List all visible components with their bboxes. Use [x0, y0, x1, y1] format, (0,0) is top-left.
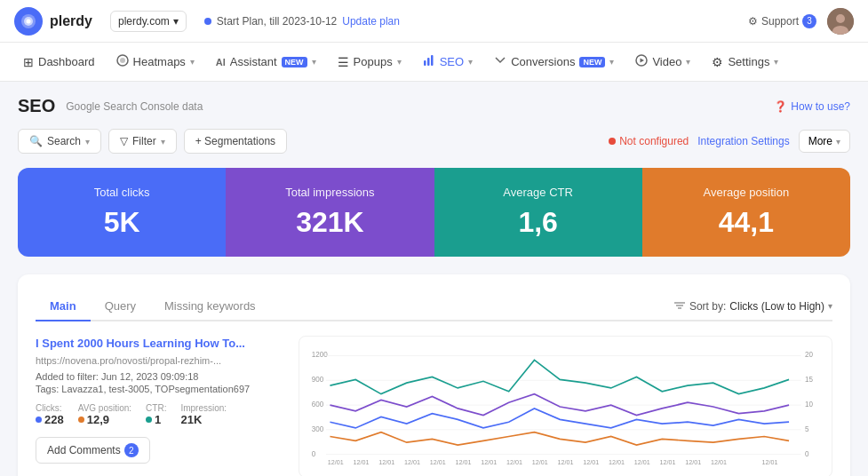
nav-item-seo[interactable]: SEO ▾ [414, 49, 482, 75]
ctr-dot-icon [146, 416, 152, 423]
stat-average-ctr-label: Average CTR [456, 186, 621, 199]
svg-text:600: 600 [312, 400, 324, 409]
svg-text:0: 0 [805, 448, 809, 457]
assistant-new-badge: NEW [282, 57, 307, 67]
svg-text:12/01: 12/01 [583, 458, 599, 466]
article-panel: I Spent 2000 Hours Learning How To... ht… [36, 336, 284, 476]
svg-text:12/01: 12/01 [404, 458, 420, 466]
assistant-chevron-icon: ▾ [312, 57, 316, 67]
sort-control[interactable]: Sort by: Clicks (Low to High) ▾ [673, 300, 832, 313]
not-configured-status: Not configured [609, 135, 689, 147]
user-avatar[interactable] [827, 8, 854, 35]
article-added-date: Added to filter: Jun 12, 2023 09:09:18 [36, 371, 284, 382]
question-icon: ❓ [774, 100, 787, 113]
segmentations-button[interactable]: + Segmentations [184, 129, 287, 154]
gear-icon: ⚙ [748, 15, 758, 28]
stat-total-clicks: Total clicks 5K [18, 168, 226, 257]
svg-marker-12 [641, 59, 645, 63]
stat-total-impressions-value: 321K [247, 206, 412, 239]
tab-main[interactable]: Main [36, 292, 91, 321]
nav-item-assistant[interactable]: AI Assistant NEW ▾ [207, 50, 325, 74]
stat-impression: Impression: 21K [180, 403, 227, 426]
filter-icon: ▽ [120, 135, 128, 147]
support-button[interactable]: ⚙ Support 3 [748, 14, 816, 28]
nav-item-dashboard[interactable]: ⊞ Dashboard [14, 50, 104, 75]
nav-label-dashboard: Dashboard [38, 55, 95, 68]
svg-text:12/01: 12/01 [481, 458, 497, 466]
add-comments-button[interactable]: Add Comments 2 [36, 437, 150, 464]
svg-rect-8 [424, 60, 426, 66]
svg-text:900: 900 [312, 375, 324, 384]
nav-label-popups: Popups [354, 55, 393, 68]
tabs-bar: Main Query Missing keywords Sort by: Cli… [36, 292, 832, 321]
conversions-icon [494, 54, 506, 69]
svg-text:12/01: 12/01 [456, 458, 472, 466]
update-plan-link[interactable]: Update plan [342, 15, 400, 28]
search-button[interactable]: 🔍 Search ▾ [18, 129, 101, 154]
svg-text:15: 15 [805, 375, 813, 384]
stat-average-ctr-value: 1,6 [456, 206, 621, 239]
article-title[interactable]: I Spent 2000 Hours Learning How To... [36, 336, 284, 352]
stat-ctr: CTR: 1 [146, 403, 166, 426]
stats-row: Total clicks 5K Total impressions 321K A… [18, 168, 850, 257]
filter-button[interactable]: ▽ Filter ▾ [108, 129, 177, 154]
svg-text:0: 0 [312, 448, 316, 457]
page-title: SEO [18, 96, 55, 116]
nav-label-assistant: Assistant [230, 55, 277, 68]
segmentations-label: + Segmentations [195, 135, 275, 147]
stat-avg-position: AVG position: 12,9 [78, 403, 131, 426]
nav-label-video: Video [652, 55, 681, 68]
stat-clicks-value: 228 [36, 413, 64, 426]
svg-text:12/01: 12/01 [660, 458, 676, 466]
tab-query[interactable]: Query [91, 292, 150, 321]
support-count: 3 [802, 14, 816, 28]
support-label: Support [761, 15, 799, 28]
svg-text:300: 300 [312, 424, 324, 433]
main-content-card: Main Query Missing keywords Sort by: Cli… [18, 274, 850, 476]
line-chart: 1200 900 600 300 0 20 15 10 5 0 [310, 347, 821, 466]
svg-text:5: 5 [805, 424, 809, 433]
stat-ctr-value: 1 [146, 413, 166, 426]
search-icon: 🔍 [29, 135, 43, 147]
logo-area: plerdy [14, 7, 92, 36]
svg-point-7 [120, 58, 125, 63]
article-url: https://novena.pro/novosti/propal-rezhim… [36, 355, 284, 366]
how-to-use-link[interactable]: ❓ How to use? [774, 100, 850, 113]
clicks-dot-icon [36, 416, 42, 423]
heatmaps-icon [116, 54, 129, 69]
domain-value: plerdy.com [118, 15, 170, 28]
nav-item-heatmaps[interactable]: Heatmaps ▾ [108, 49, 203, 75]
sort-value: Clicks (Low to High) [729, 300, 824, 313]
not-configured-label: Not configured [619, 135, 689, 147]
added-label: Added to filter: [36, 371, 99, 382]
integration-settings-link[interactable]: Integration Settings [697, 135, 789, 147]
nav-item-settings[interactable]: ⚙ Settings ▾ [703, 50, 787, 75]
sort-chevron-icon: ▾ [828, 301, 832, 311]
tab-missing-keywords[interactable]: Missing keywords [150, 292, 270, 321]
toolbar-right: Not configured Integration Settings More… [609, 130, 850, 153]
settings-icon: ⚙ [712, 55, 723, 69]
nav-item-video[interactable]: Video ▾ [626, 49, 699, 75]
popups-icon: ☰ [338, 55, 349, 69]
more-button[interactable]: More ▾ [799, 130, 850, 153]
stat-impression-label: Impression: [180, 403, 227, 413]
more-label: More [808, 135, 832, 147]
stat-average-position-label: Average position [664, 186, 829, 199]
added-date: Jun 12, 2023 09:09:18 [101, 371, 198, 382]
svg-text:12/01: 12/01 [558, 458, 574, 466]
stat-ctr-label: CTR: [146, 403, 166, 413]
nav-item-popups[interactable]: ☰ Popups ▾ [329, 50, 410, 75]
settings-chevron-icon: ▾ [774, 57, 778, 67]
nav-item-conversions[interactable]: Conversions NEW ▾ [485, 49, 623, 75]
stat-total-clicks-label: Total clicks [39, 186, 204, 199]
stat-average-ctr: Average CTR 1,6 [434, 168, 642, 257]
video-icon [635, 54, 648, 69]
svg-text:12/01: 12/01 [634, 458, 650, 466]
header: plerdy plerdy.com ▾ Start Plan, till 202… [0, 0, 868, 43]
assistant-icon: AI [216, 57, 226, 67]
domain-selector[interactable]: plerdy.com ▾ [110, 11, 187, 32]
comments-count-badge: 2 [124, 443, 139, 457]
stat-average-position-value: 44,1 [664, 206, 829, 239]
svg-text:12/01: 12/01 [506, 458, 522, 466]
two-col-layout: I Spent 2000 Hours Learning How To... ht… [36, 336, 832, 476]
